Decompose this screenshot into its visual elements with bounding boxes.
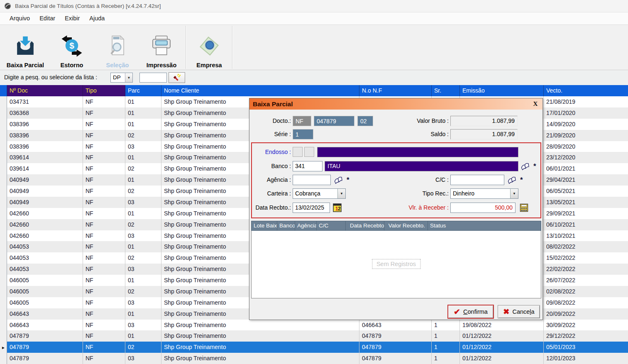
cell-tipo: NF xyxy=(83,186,125,197)
row-selector-gutter xyxy=(0,320,7,331)
cc-lookup-button[interactable] xyxy=(507,175,517,185)
cell-parc: 02 xyxy=(125,342,161,353)
grid-header-nonf[interactable]: N.o N.F xyxy=(359,85,432,96)
table-row[interactable]: 047879 NF 02 Shp Group Treinamento 04787… xyxy=(0,342,628,353)
row-selector-gutter xyxy=(0,264,7,275)
table-row[interactable]: 047879 NF 03 Shp Group Treinamento 04787… xyxy=(0,353,628,364)
endosso-box-1[interactable] xyxy=(293,147,303,157)
table-row[interactable]: 046643 NF 03 Shp Group Treinamento 04664… xyxy=(0,320,628,331)
row-selector-gutter xyxy=(0,286,7,297)
chevron-down-icon[interactable]: ▼ xyxy=(125,73,132,82)
search-go-button[interactable] xyxy=(169,72,185,83)
saldo-field: 1.087,99 xyxy=(450,129,518,139)
document-search-icon xyxy=(106,33,129,59)
endosso-box-2[interactable] xyxy=(304,147,314,157)
calculator-button[interactable] xyxy=(519,203,529,213)
vlr-receber-input[interactable]: 500,00 xyxy=(450,203,516,213)
cell-parc: 01 xyxy=(125,107,161,119)
cell-parc: 03 xyxy=(125,197,161,208)
search-type-value: DP xyxy=(111,73,125,82)
cell-tipo: NF xyxy=(83,286,125,297)
menu-arquivo[interactable]: Arquivo xyxy=(5,13,35,24)
chevron-down-icon[interactable]: ▼ xyxy=(510,189,518,198)
saldo-label: Saldo : xyxy=(374,129,449,139)
cell-parc: 01 xyxy=(125,330,161,342)
row-selector-gutter xyxy=(0,353,7,364)
subheader-valor-recebto: Valor Recebto. xyxy=(384,221,428,230)
cc-input[interactable] xyxy=(450,175,504,185)
grid-header-parc[interactable]: Parc xyxy=(125,85,161,96)
cell-vecto: 06/01/2021 xyxy=(544,163,628,174)
row-selector-gutter xyxy=(0,186,7,197)
selecao-button[interactable]: Seleção xyxy=(98,27,137,68)
cell-vecto: 06/05/2021 xyxy=(544,186,628,197)
cell-ndoc: 040949 xyxy=(7,174,83,186)
cancela-button[interactable]: ✖ Cancela xyxy=(498,305,540,318)
row-selector-gutter xyxy=(0,96,7,107)
search-type-select[interactable]: DP ▼ xyxy=(110,73,133,83)
receipts-table-header: Lote Baixa Banco Agência C/C Data Recebt… xyxy=(251,221,541,231)
agencia-lookup-button[interactable] xyxy=(333,175,343,185)
impressao-button[interactable]: Impressão xyxy=(140,27,183,68)
menu-ajuda[interactable]: Ajuda xyxy=(85,13,110,24)
cell-parc: 03 xyxy=(125,297,161,308)
cell-vecto: 13/10/2021 xyxy=(544,230,628,242)
calculator-icon xyxy=(520,203,528,212)
cell-nonf: 047879 xyxy=(359,342,432,353)
serie-box: 1 xyxy=(293,129,313,139)
cell-tipo: NF xyxy=(83,330,125,342)
toolbar: Baixa Parcial $ Estorno Seleção xyxy=(0,24,628,70)
confirma-button[interactable]: ✔ Confirma xyxy=(448,305,494,318)
baixa-parcial-button[interactable]: Baixa Parcial xyxy=(2,27,49,68)
carteira-select[interactable]: Cobrança ▼ xyxy=(293,188,346,199)
dialog-close-button[interactable]: X xyxy=(532,100,539,107)
grid-header-vecto[interactable]: Vecto. xyxy=(544,85,628,96)
agencia-input[interactable] xyxy=(293,175,331,185)
receipts-table-body: Sem Registros xyxy=(251,231,541,298)
calendar-picker-button[interactable]: 1 2 xyxy=(332,203,342,213)
grid-header-tipo[interactable]: Tipo xyxy=(83,85,125,96)
menu-editar[interactable]: Editar xyxy=(35,13,60,24)
estorno-button[interactable]: $ Estorno xyxy=(52,27,91,68)
grid-header-sr[interactable]: Sr. xyxy=(432,85,460,96)
cell-ndoc: 047879 xyxy=(7,342,83,353)
grid-header-emissao[interactable]: Emissão xyxy=(460,85,544,96)
svg-text:2: 2 xyxy=(338,206,341,212)
chevron-down-icon[interactable]: ▼ xyxy=(337,189,345,198)
cell-ndoc: 046005 xyxy=(7,286,83,297)
table-row[interactable]: 047879 NF 01 Shp Group Treinamento 04787… xyxy=(0,330,628,342)
cancela-button-label: Cancela xyxy=(512,308,534,315)
menu-exibir[interactable]: Exibir xyxy=(60,13,85,24)
cell-parc: 02 xyxy=(125,219,161,230)
cell-tipo: NF xyxy=(83,252,125,264)
banco-codigo-input[interactable]: 341 xyxy=(293,161,323,171)
cell-parc: 01 xyxy=(125,119,161,130)
data-recbto-input[interactable]: 13/02/2025 xyxy=(293,203,330,213)
agencia-label: Agência : xyxy=(249,175,291,185)
open-book-icon xyxy=(520,161,530,171)
subheader-agencia: Agência xyxy=(295,221,317,230)
empresa-button[interactable]: Empresa xyxy=(189,27,230,68)
toolbar-button-label: Seleção xyxy=(106,62,129,68)
grid-header-ndoc[interactable]: Nº Doc xyxy=(7,85,83,96)
row-selector-gutter xyxy=(0,297,7,308)
grid-header-nome-cliente[interactable]: Nome Cliente xyxy=(161,85,359,96)
cell-emissao: 01/12/2022 xyxy=(460,353,544,364)
valor-bruto-label: Valor Bruto : xyxy=(374,116,449,126)
cell-ndoc: 044053 xyxy=(7,241,83,252)
cell-ndoc: 034731 xyxy=(7,96,83,107)
cell-sr: 1 xyxy=(432,320,460,331)
banco-nome-bar: ITAU xyxy=(325,161,518,171)
cell-parc: 01 xyxy=(125,241,161,252)
banco-lookup-button[interactable] xyxy=(520,161,530,171)
printer-icon xyxy=(150,33,173,59)
cell-parc: 03 xyxy=(125,320,161,331)
tipo-rec-select[interactable]: Dinheiro ▼ xyxy=(450,188,518,199)
selected-row-marker xyxy=(1,344,5,350)
cell-ndoc: 047879 xyxy=(7,353,83,364)
open-book-icon xyxy=(507,175,517,184)
search-input[interactable] xyxy=(139,73,167,83)
dialog-body: Docto.: NF 047879 02 Valor Bruto : 1.087… xyxy=(249,110,542,320)
cell-ndoc: 039614 xyxy=(7,163,83,174)
menubar: Arquivo Editar Exibir Ajuda xyxy=(0,12,628,24)
